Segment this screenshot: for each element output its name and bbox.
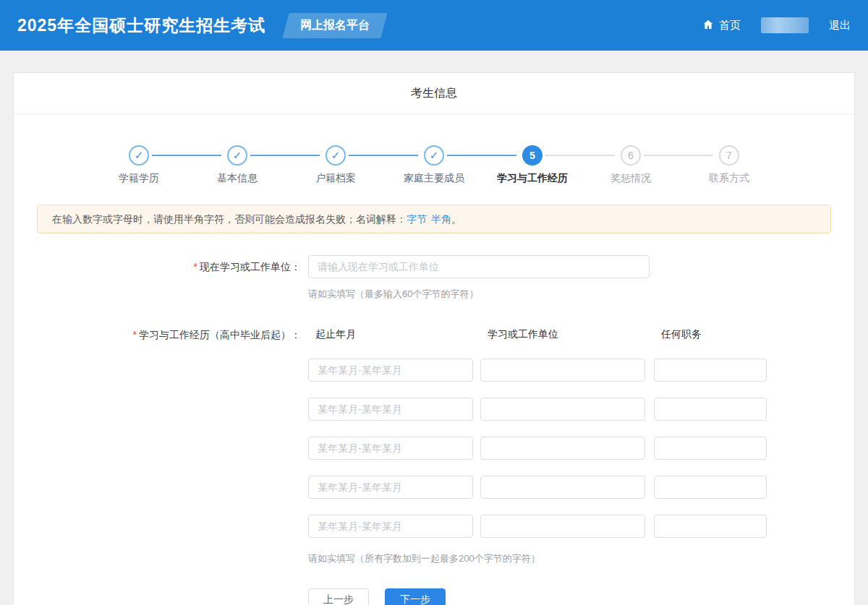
column-header-duty: 任何职务 [654,328,702,341]
experience-3-period-input[interactable] [308,437,473,460]
experience-1-period-input[interactable] [308,359,473,382]
column-header-unit: 学习或工作单位 [480,328,654,341]
step-connector [349,155,418,156]
platform-badge: 网上报名平台 [282,13,387,38]
step-connector [250,155,320,156]
nav-logout-link[interactable]: 退出 [829,19,851,33]
experience-1-duty-input[interactable] [654,359,767,382]
experience-5-unit-input[interactable] [480,515,645,538]
halfwidth-notice-banner: 在输入数字或字母时，请使用半角字符，否则可能会造成报名失败；名词解释：字节半角。 [37,205,831,233]
step-circle-6: 6 [621,145,641,166]
next-step-button[interactable]: 下一步 [385,588,446,605]
current-unit-helper-text: 请如实填写（最多输入60个字节的字符） [308,288,854,301]
step-circle-1: ✓ [129,145,149,166]
notice-text: 在输入数字或字母时，请使用半角字符，否则可能会造成报名失败；名词解释： [52,213,407,225]
experience-label: *学习与工作经历（高中毕业后起）： [14,328,308,341]
current-unit-row: *现在学习或工作单位： [14,255,854,278]
check-icon: ✓ [331,149,341,162]
user-name-redacted[interactable] [761,17,809,33]
step-connector [447,155,516,156]
experience-3-duty-input[interactable] [654,437,767,460]
step-huji-dangan[interactable]: ✓ 户籍档案 [286,145,385,185]
required-asterisk: * [133,329,137,340]
check-icon: ✓ [135,149,144,162]
nav-home-link[interactable]: 首页 [702,19,741,33]
step-circle-5: 5 [522,145,542,166]
step-xuexi-gongzuo-jingli[interactable]: 5 学习与工作经历 [483,145,582,185]
step-connector [545,155,615,156]
experience-grid: 起止年月 学习或工作单位 任何职务 [308,328,767,538]
experience-5-period-input[interactable] [308,515,473,538]
check-icon: ✓ [233,149,242,162]
nav-home-label: 首页 [719,19,741,33]
experience-5-duty-input[interactable] [654,515,767,538]
experience-row-5 [308,515,767,538]
step-jiben-xinxi[interactable]: ✓ 基本信息 [188,145,286,185]
experience-row-1 [308,359,767,382]
step-connector [644,155,713,156]
step-circle-4: ✓ [424,145,444,166]
experience-2-duty-input[interactable] [654,398,767,421]
step-connector [152,155,221,156]
experience-row-3 [308,437,767,460]
step-circle-7: 7 [719,145,739,166]
experience-2-unit-input[interactable] [480,398,645,421]
top-header-bar: 2025年全国硕士研究生招生考试 网上报名平台 首页 退出 [0,0,868,51]
step-xueji-xueli[interactable]: ✓ 学籍学历 [90,145,188,185]
step-jiangcheng-qingkuang[interactable]: 6 奖惩情况 [582,145,680,185]
top-nav: 首页 退出 [702,17,851,33]
link-halfwidth-definition[interactable]: 半角 [431,213,451,225]
previous-step-button[interactable]: 上一步 [308,588,369,605]
step-jiating-chengyuan[interactable]: ✓ 家庭主要成员 [385,145,483,185]
experience-1-unit-input[interactable] [480,359,645,382]
home-icon [702,19,714,33]
step-lianxi-fangshi[interactable]: 7 联系方式 [680,145,778,185]
card-title-bar: 考生信息 [14,73,854,115]
experience-4-duty-input[interactable] [654,476,767,499]
current-unit-label: *现在学习或工作单位： [14,260,308,273]
step-circle-2: ✓ [227,145,247,166]
step-progress-bar: ✓ 学籍学历 ✓ 基本信息 ✓ 户籍档案 ✓ 家庭主要成员 5 学习与工作经历 … [14,115,854,185]
candidate-info-card: 考生信息 ✓ 学籍学历 ✓ 基本信息 ✓ 户籍档案 ✓ 家庭主要成员 5 学习与… [13,72,855,605]
step-circle-3: ✓ [326,145,346,166]
experience-3-unit-input[interactable] [480,437,645,460]
experience-row-2 [308,398,767,421]
experience-row-4 [308,476,767,499]
column-header-period: 起止年月 [308,328,480,341]
link-byte-definition[interactable]: 字节 [407,213,427,225]
page-title: 考生信息 [411,86,457,101]
notice-suffix: 。 [451,213,461,225]
current-unit-input[interactable] [308,255,650,278]
wizard-buttons: 上一步 下一步 [308,588,854,605]
experience-helper-text: 请如实填写（所有字数加到一起最多200个字节的字符） [308,552,854,565]
check-icon: ✓ [430,149,439,162]
required-asterisk: * [194,261,197,273]
experience-section: *学习与工作经历（高中毕业后起）： 起止年月 学习或工作单位 任何职务 [14,328,854,538]
experience-4-period-input[interactable] [308,476,473,499]
candidate-info-form: *现在学习或工作单位： 请如实填写（最多输入60个字节的字符） *学习与工作经历… [14,255,854,605]
experience-column-headers: 起止年月 学习或工作单位 任何职务 [308,328,767,341]
platform-badge-label: 网上报名平台 [300,18,370,33]
experience-4-unit-input[interactable] [480,476,645,499]
experience-2-period-input[interactable] [308,398,473,421]
app-title: 2025年全国硕士研究生招生考试 [17,14,265,37]
